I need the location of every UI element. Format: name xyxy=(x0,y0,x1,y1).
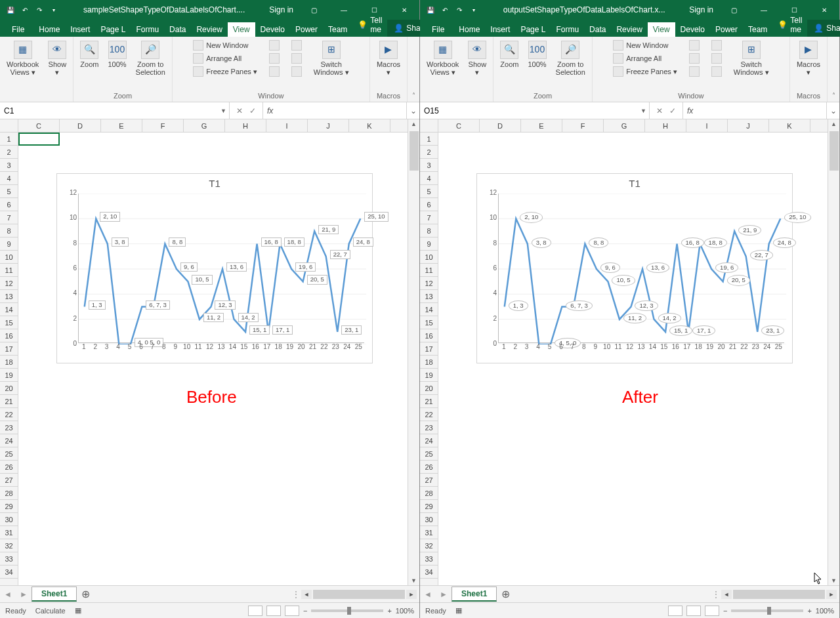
row-head-3[interactable]: 3 xyxy=(0,159,18,172)
row-head-17[interactable]: 17 xyxy=(420,342,438,356)
zoom-out-button[interactable]: − xyxy=(303,607,307,615)
row-head-9[interactable]: 9 xyxy=(420,237,438,251)
tab-review[interactable]: Review xyxy=(611,22,647,37)
unhide-button[interactable] xyxy=(266,66,282,77)
hide-button[interactable] xyxy=(686,52,702,64)
row-head-13[interactable]: 13 xyxy=(0,290,18,303)
row-head-16[interactable]: 16 xyxy=(420,329,438,342)
col-head-C[interactable]: C xyxy=(438,119,480,132)
select-all-button[interactable] xyxy=(0,119,18,133)
name-box-input[interactable] xyxy=(4,106,225,115)
collapse-ribbon-icon[interactable]: ˄ xyxy=(408,37,419,102)
ribbon-display-icon[interactable]: ▢ xyxy=(719,0,749,20)
fx-icon[interactable]: fx xyxy=(683,102,697,119)
sheet-nav-next[interactable]: ► xyxy=(436,586,452,603)
name-box[interactable]: ▼ xyxy=(0,102,230,119)
show-button[interactable]: 👁Show▾ xyxy=(465,39,489,77)
tab-view[interactable]: View xyxy=(648,22,675,37)
undo-icon[interactable]: ↶ xyxy=(440,5,450,15)
row-head-25[interactable]: 25 xyxy=(420,447,438,461)
expand-formula-icon[interactable]: ⌄ xyxy=(406,102,419,119)
tellme-label[interactable]: Tell me xyxy=(790,16,802,34)
row-head-29[interactable]: 29 xyxy=(420,500,438,513)
qat-more-icon[interactable]: ▾ xyxy=(469,5,479,15)
row-head-10[interactable]: 10 xyxy=(420,251,438,264)
cancel-formula-icon[interactable]: ✕ xyxy=(236,106,243,115)
formula-input[interactable] xyxy=(277,102,406,119)
col-head-D[interactable]: D xyxy=(60,119,101,132)
row-head-1[interactable]: 1 xyxy=(0,133,18,146)
col-head-J[interactable]: J xyxy=(308,119,349,132)
vertical-scrollbar[interactable]: ▲▼ xyxy=(408,119,419,585)
row-head-20[interactable]: 20 xyxy=(0,382,18,395)
row-head-1[interactable]: 1 xyxy=(420,133,438,146)
tab-develo[interactable]: Develo xyxy=(255,22,290,37)
row-head-18[interactable]: 18 xyxy=(0,356,18,369)
freeze-panes-button[interactable]: Freeze Panes ▾ xyxy=(610,66,680,77)
zoom-in-button[interactable]: + xyxy=(387,607,391,615)
workbook-views-button[interactable]: ▦WorkbookViews ▾ xyxy=(4,39,41,77)
row-head-5[interactable]: 5 xyxy=(420,185,438,198)
row-head-8[interactable]: 8 xyxy=(0,224,18,237)
row-head-21[interactable]: 21 xyxy=(420,395,438,408)
row-head-11[interactable]: 11 xyxy=(420,264,438,277)
row-head-25[interactable]: 25 xyxy=(0,447,18,461)
chart-object[interactable]: T10246810121, 32, 103, 84, 0 5, 06, 7, 3… xyxy=(56,173,373,363)
col-head-I[interactable]: I xyxy=(266,119,308,132)
row-head-31[interactable]: 31 xyxy=(0,526,18,539)
row-head-11[interactable]: 11 xyxy=(0,264,18,277)
reset-pos-button[interactable] xyxy=(289,66,304,77)
show-button[interactable]: 👁Show▾ xyxy=(45,39,69,77)
cells-area[interactable]: T10246810121, 32, 103, 84, 5, 06, 7, 38,… xyxy=(438,133,828,585)
expand-formula-icon[interactable]: ⌄ xyxy=(826,102,839,119)
macros-button[interactable]: ▶Macros▾ xyxy=(794,39,823,77)
row-head-23[interactable]: 23 xyxy=(420,421,438,434)
pagelayout-view-button[interactable] xyxy=(686,606,701,616)
workbook-views-button[interactable]: ▦WorkbookViews ▾ xyxy=(424,39,461,77)
row-head-6[interactable]: 6 xyxy=(420,198,438,211)
zoom-percent[interactable]: 100% xyxy=(816,607,834,615)
row-head-33[interactable]: 33 xyxy=(420,552,438,566)
row-head-2[interactable]: 2 xyxy=(420,146,438,159)
row-head-28[interactable]: 28 xyxy=(0,487,18,500)
row-head-29[interactable]: 29 xyxy=(0,500,18,513)
name-box-input[interactable] xyxy=(424,106,645,115)
row-head-12[interactable]: 12 xyxy=(0,277,18,290)
sync-scroll-button[interactable] xyxy=(709,52,724,64)
row-head-7[interactable]: 7 xyxy=(0,211,18,224)
zoom-100-button[interactable]: 100100% xyxy=(525,39,549,70)
macro-record-icon[interactable]: ▦ xyxy=(75,606,81,615)
select-all-button[interactable] xyxy=(420,119,438,133)
col-head-J[interactable]: J xyxy=(728,119,769,132)
tab-formu[interactable]: Formu xyxy=(551,22,584,37)
chevron-down-icon[interactable]: ▼ xyxy=(220,108,226,114)
qat-more-icon[interactable]: ▾ xyxy=(49,5,59,15)
tellme-label[interactable]: Tell me xyxy=(370,16,382,34)
row-head-23[interactable]: 23 xyxy=(0,421,18,434)
pagebreak-view-button[interactable] xyxy=(285,606,299,616)
row-head-10[interactable]: 10 xyxy=(0,251,18,264)
share-button[interactable]: Share xyxy=(826,24,840,33)
save-icon[interactable]: 💾 xyxy=(5,5,16,15)
tab-page l[interactable]: Page L xyxy=(515,22,551,37)
zoom-slider[interactable] xyxy=(731,609,803,612)
row-head-15[interactable]: 15 xyxy=(420,316,438,329)
row-head-27[interactable]: 27 xyxy=(0,474,18,487)
row-head-28[interactable]: 28 xyxy=(420,487,438,500)
tab-data[interactable]: Data xyxy=(164,22,191,37)
cancel-formula-icon[interactable]: ✕ xyxy=(656,106,663,115)
sheet-nav-next[interactable]: ► xyxy=(16,586,32,603)
sheet-nav-prev[interactable]: ◄ xyxy=(0,586,16,603)
tab-power[interactable]: Power xyxy=(710,22,743,37)
redo-icon[interactable]: ↷ xyxy=(34,5,45,15)
tab-review[interactable]: Review xyxy=(191,22,227,37)
row-head-26[interactable]: 26 xyxy=(0,461,18,474)
col-head-G[interactable]: G xyxy=(184,119,225,132)
close-button[interactable]: ✕ xyxy=(389,0,419,20)
tab-home[interactable]: Home xyxy=(33,22,65,37)
cells-area[interactable]: T10246810121, 32, 103, 84, 0 5, 06, 7, 3… xyxy=(18,133,408,585)
save-icon[interactable]: 💾 xyxy=(425,5,436,15)
collapse-ribbon-icon[interactable]: ˄ xyxy=(828,37,839,102)
zoom-button[interactable]: 🔍Zoom xyxy=(497,39,521,70)
row-head-7[interactable]: 7 xyxy=(420,211,438,224)
